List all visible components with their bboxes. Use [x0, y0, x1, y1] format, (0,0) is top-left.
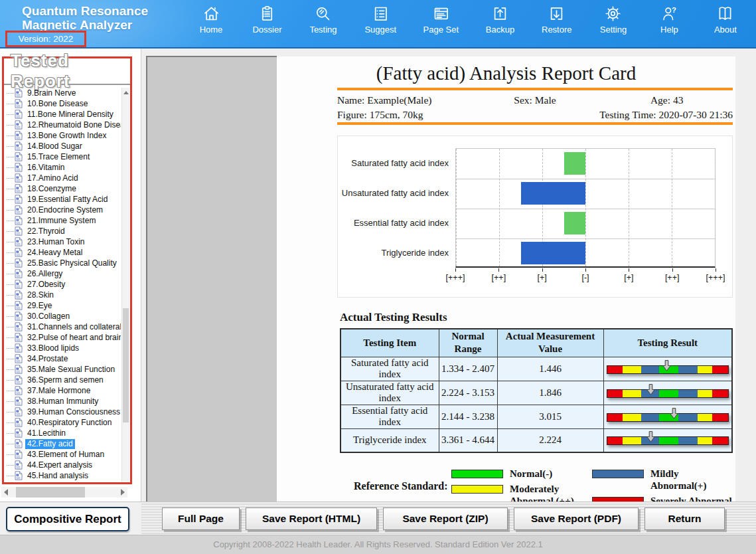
tree-item-45-hand-analysis[interactable]: 45.Hand analysis [5, 470, 121, 481]
tree-item-label: 28.Skin [25, 290, 56, 300]
tree-item-10-bone-disease[interactable]: 10.Bone Disease [5, 98, 121, 109]
app-window: Quantum Resonance Magnetic Analyzer Vers… [0, 0, 756, 554]
report-doc-icon [15, 312, 23, 321]
tree-item-44-expert-analysis[interactable]: 44.Expert analysis [5, 460, 121, 470]
return-button[interactable]: Return [644, 508, 725, 530]
chart-gridline-v [715, 149, 716, 266]
nav-item-testing[interactable]: Testing [309, 5, 338, 45]
tree-item-35-male-sexual-function[interactable]: 35.Male Sexual Function [5, 364, 121, 375]
tree-item-label: 22.Thyroid [25, 227, 67, 236]
nav-label: Suggest [364, 25, 396, 35]
nav-item-restore[interactable]: Restore [542, 5, 572, 45]
patient-sex: Sex: Male [469, 94, 601, 106]
legend-item-mildly-abnormal: Mildly Abnormal(+) [592, 468, 733, 492]
tree-item-20-endocrine-system[interactable]: 20.Endocrine System [5, 205, 121, 215]
scroll-up-icon[interactable] [123, 91, 129, 94]
vertical-scroll-thumb[interactable] [123, 308, 129, 422]
nav-item-help[interactable]: ?Help [654, 5, 684, 45]
tree-item-label: 18.Coenzyme [25, 184, 78, 194]
tree-item-32-pulse-of-heart-and-brain[interactable]: 32.Pulse of heart and brain [5, 332, 121, 343]
home-icon [202, 5, 220, 23]
tree-item-label: 38.Human Immunity [25, 397, 100, 407]
horizontal-scroll-thumb[interactable] [16, 487, 85, 498]
sidebar: Tested Report 9.Brain Nerve10.Bone Disea… [0, 48, 141, 502]
nav-item-suggest[interactable]: Suggest [364, 5, 396, 45]
tree-item-19-essential-fatty-acid[interactable]: 19.Essential Fatty Acid [5, 194, 121, 205]
save-report-pdf-button[interactable]: Save Report (PDF) [514, 508, 639, 530]
tree-item-11-bone-mineral-density[interactable]: 11.Bone Mineral Density [5, 109, 121, 120]
full-page-button[interactable]: Full Page [162, 508, 240, 530]
tree-item-12-rheumatoid-bone-disease[interactable]: 12.Rheumatoid Bone Disease [5, 120, 121, 130]
tree-item-24-heavy-metal[interactable]: 24.Heavy Metal [5, 247, 121, 258]
help-icon: ? [660, 5, 678, 23]
report-doc-icon [15, 354, 23, 363]
cell-testing-item: Triglyceride index [340, 428, 439, 452]
nav-item-home[interactable]: Home [196, 5, 226, 45]
nav-item-about[interactable]: About [711, 5, 740, 45]
tree-item-29-eye[interactable]: 29.Eye [5, 300, 121, 311]
tree-item-label: 25.Basic Physical Quality [25, 258, 119, 268]
nav-item-backup[interactable]: Backup [486, 5, 515, 45]
tree-item-label: 37.Male Hormone [25, 386, 92, 396]
scroll-right-icon[interactable] [121, 489, 125, 496]
save-report-zip-button[interactable]: Save Report (ZIP) [383, 508, 508, 530]
tree-branch-line [7, 263, 14, 264]
tree-item-42-fatty-acid[interactable]: 42.Fatty acid [5, 438, 121, 449]
results-table-body: Saturated fatty acid index1.334 - 2.4071… [340, 357, 732, 452]
tree-item-label: 19.Essential Fatty Acid [25, 195, 110, 205]
tree-item-13-bone-growth-index[interactable]: 13.Bone Growth Index [5, 130, 121, 141]
restore-icon [548, 5, 566, 23]
cell-testing-item: Saturated fatty acid index [340, 357, 439, 381]
tree-branch-line [7, 327, 14, 327]
tree-branch-line [7, 306, 14, 306]
tree-item-36-sperm-and-semen[interactable]: 36.Sperm and semen [5, 375, 121, 385]
compositive-report-button[interactable]: Compositive Report [6, 507, 129, 531]
tree-item-14-blood-sugar[interactable]: 14.Blood Sugar [5, 141, 121, 151]
tree-item-37-male-hormone[interactable]: 37.Male Hormone [5, 385, 121, 396]
tree-vertical-scrollbar[interactable] [121, 88, 129, 482]
tree-item-22-thyroid[interactable]: 22.Thyroid [5, 226, 121, 236]
tree-item-17-amino-acid[interactable]: 17.Amino Acid [5, 173, 121, 183]
chart-label-saturated-fatty-acid-index: Saturated fatty acid index [338, 148, 455, 178]
nav-item-page-set[interactable]: Page Set [423, 5, 459, 45]
tree-item-21-immune-system[interactable]: 21.Immune System [5, 215, 121, 226]
chart-bar-saturated-fatty-acid-index [564, 152, 585, 175]
tree-item-label: 32.Pulse of heart and brain [25, 333, 121, 343]
tree-item-33-blood-lipids[interactable]: 33.Blood lipids [5, 343, 121, 353]
cell-testing-item: Essential fatty acid index [340, 405, 439, 428]
tree-item-23-human-toxin[interactable]: 23.Human Toxin [5, 236, 121, 247]
tree-item-26-allergy[interactable]: 26.Allergy [5, 268, 121, 279]
tree-item-34-prostate[interactable]: 34.Prostate [5, 353, 121, 364]
tree-branch-line [7, 454, 14, 455]
tree-item-15-trace-element[interactable]: 15.Trace Element [5, 151, 121, 162]
tree-item-40-respiratory-function[interactable]: 40.Respiratory Function [5, 417, 121, 428]
tree-item-18-coenzyme[interactable]: 18.Coenzyme [5, 183, 121, 194]
report-tree: 9.Brain Nerve10.Bone Disease11.Bone Mine… [5, 88, 121, 482]
tree-item-31-channels-and-collaterals[interactable]: 31.Channels and collaterals [5, 322, 121, 332]
tree-item-43-element-of-human[interactable]: 43.Element of Human [5, 449, 121, 460]
tree-horizontal-scrollbar[interactable] [1, 487, 127, 498]
tree-item-41-lecithin[interactable]: 41.Lecithin [5, 428, 121, 438]
scroll-left-icon[interactable] [4, 489, 8, 496]
tree-item-27-obesity[interactable]: 27.Obesity [5, 279, 121, 290]
tree-item-28-skin[interactable]: 28.Skin [5, 290, 121, 300]
nav-label: Help [660, 25, 678, 35]
tree-branch-line [7, 210, 14, 211]
tree-branch-line [7, 444, 14, 444]
tree-item-25-basic-physical-quality[interactable]: 25.Basic Physical Quality [5, 258, 121, 268]
save-report-html-button[interactable]: Save Report (HTML) [246, 508, 377, 530]
tree-branch-line [7, 231, 14, 232]
nav-item-setting[interactable]: Setting [599, 5, 628, 45]
cell-testing-result [603, 357, 732, 381]
tree-branch-line [7, 476, 14, 476]
tree-item-9-brain-nerve[interactable]: 9.Brain Nerve [5, 88, 121, 98]
severity-segment [659, 390, 678, 397]
legend-column-1: Normal(-)Moderately Abnormal (++) [451, 466, 592, 502]
tree-item-39-human-consciousness-lev[interactable]: 39.Human Consciousness Lev [5, 407, 121, 417]
result-pointer-icon [646, 384, 655, 398]
nav-item-dossier[interactable]: Dossier [252, 5, 281, 45]
tree-item-16-vitamin[interactable]: 16.Vitamin [5, 162, 121, 173]
tree-item-30-collagen[interactable]: 30.Collagen [5, 311, 121, 322]
report-doc-icon [15, 205, 23, 215]
tree-item-38-human-immunity[interactable]: 38.Human Immunity [5, 396, 121, 407]
